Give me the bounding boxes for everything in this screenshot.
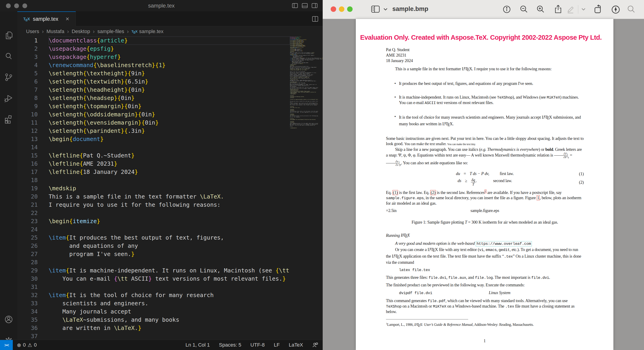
line-number: 18 <box>17 176 49 184</box>
chevron-down-icon[interactable] <box>383 4 388 14</box>
document-area[interactable]: Evaluation Only. Created with Aspose.TeX… <box>323 19 644 350</box>
code-line[interactable]: 28 <box>17 258 290 267</box>
figure-filename: sample.figure.eps <box>470 208 499 213</box>
source-control-icon[interactable] <box>4 72 14 82</box>
toolbar-divider <box>578 5 578 14</box>
code-line[interactable]: 11\setlength{\evensidemargin}{0in} <box>17 119 290 127</box>
figure-size-text: =2.5in <box>386 208 396 213</box>
code-line[interactable]: 17\leftline{18 January 2024} <box>17 168 290 176</box>
remote-indicator[interactable]: >< <box>0 340 13 350</box>
line-number: 32 <box>17 291 49 299</box>
code-line[interactable]: 7\setlength{\headheight}{0in} <box>17 86 290 94</box>
zoom-in-icon[interactable] <box>536 4 545 14</box>
code-line[interactable]: 8\setlength{\headsep}{0in} <box>17 94 290 102</box>
equations-block: du=T ds − P dv,first law. (1) ds≥δqT.sec… <box>386 171 584 187</box>
code-line[interactable]: 2\usepackage{epsfig} <box>17 45 290 53</box>
code-line[interactable]: 15\leftline{Pat Q.~Student} <box>17 151 290 160</box>
breadcrumb-item[interactable]: Desktop <box>72 28 90 34</box>
cursor-position[interactable]: Ln 1, Col 1 <box>186 342 210 348</box>
breadcrumb-item[interactable]: Mustafa <box>46 28 64 34</box>
code-line[interactable]: 23\begin{itemize} <box>17 217 290 225</box>
vscode-titlebar[interactable]: sample.tex <box>0 0 323 11</box>
search-icon[interactable] <box>4 51 14 61</box>
toggle-secondary-sidebar-icon[interactable] <box>312 2 318 9</box>
code-line[interactable]: 14 <box>17 143 290 151</box>
code-editor[interactable]: 1\documentclass{article}2\usepackage{eps… <box>17 36 290 340</box>
code-line[interactable]: 21I require you to use it for the follow… <box>17 201 290 209</box>
code-line[interactable]: 24 <box>17 225 290 234</box>
generates-paragraph: This generates three files: file.dvi, fi… <box>386 275 584 280</box>
code-line[interactable]: 33 scientists and engineers. <box>17 299 290 308</box>
code-line[interactable]: 25\item{It produces the best output of t… <box>17 234 290 242</box>
code-line[interactable]: 26 and equations of any <box>17 242 290 250</box>
markup-icon[interactable] <box>611 4 621 14</box>
feedback-icon[interactable] <box>312 342 318 348</box>
info-icon[interactable] <box>502 4 512 14</box>
language-mode[interactable]: LaTeX <box>289 342 303 348</box>
zoom-out-icon[interactable] <box>519 4 529 14</box>
breadcrumb-item[interactable]: Users <box>26 28 39 34</box>
bullet-item: It produces the best output of text, fig… <box>386 81 584 86</box>
indentation[interactable]: Spaces: 5 <box>219 342 242 348</box>
close-window-button[interactable] <box>331 6 336 12</box>
account-icon[interactable] <box>4 315 14 325</box>
code-line[interactable]: 37 <box>17 332 290 340</box>
explorer-icon[interactable] <box>4 30 14 40</box>
code-line[interactable]: 4\renewcommand{\baselinestretch}{1} <box>17 61 290 69</box>
line-number: 5 <box>17 69 49 78</box>
toggle-panel-icon[interactable] <box>302 2 308 9</box>
code-line[interactable]: 3\usepackage{hyperref} <box>17 53 290 61</box>
code-line[interactable]: 36 are written in \LaTeX.} <box>17 324 290 332</box>
code-line[interactable]: 16\leftline{AME 20231} <box>17 160 290 168</box>
line-number: 9 <box>17 102 49 110</box>
share-icon[interactable] <box>553 4 563 14</box>
code-line[interactable]: 29\item{It is machine-independent. It ru… <box>17 267 290 275</box>
toggle-sidebar-icon[interactable] <box>292 2 298 9</box>
search-icon[interactable] <box>626 4 636 14</box>
code-line[interactable]: 6\setlength{\textwidth}{6.5in} <box>17 78 290 86</box>
tab-sample-tex[interactable]: TEX sample.tex × <box>17 11 76 26</box>
window-title: sample.tex <box>0 2 323 9</box>
eol-sequence[interactable]: LF <box>274 342 280 348</box>
chevron-down-icon[interactable] <box>580 7 586 12</box>
toggle-sidebar-icon[interactable] <box>371 4 380 14</box>
zoom-window-button[interactable] <box>347 6 352 12</box>
preview-titlebar[interactable]: sample.bmp <box>323 0 644 19</box>
code-line[interactable]: 12\setlength{\parindent}{.3in} <box>17 127 290 135</box>
split-editor-icon[interactable] <box>312 15 318 22</box>
code-line[interactable]: 18 <box>17 176 290 184</box>
code-line[interactable]: 13\begin{document} <box>17 135 290 143</box>
code-line[interactable]: 34 Many journals accept <box>17 308 290 316</box>
code-line[interactable]: 10\setlength{\oddsidemargin}{0in} <box>17 110 290 119</box>
breadcrumb-file[interactable]: TEX sample.tex <box>132 28 164 34</box>
document-page: Evaluation Only. Created with Aspose.TeX… <box>356 19 614 350</box>
rotate-left-icon[interactable] <box>593 4 603 14</box>
line-number: 36 <box>17 324 49 332</box>
line-number: 23 <box>17 217 49 225</box>
run-debug-icon[interactable] <box>4 93 14 103</box>
line-number: 17 <box>17 168 49 176</box>
code-line[interactable]: 1\documentclass{article} <box>17 36 290 45</box>
code-line[interactable]: 31 <box>17 283 290 291</box>
extensions-icon[interactable] <box>4 114 14 124</box>
breadcrumb-item[interactable]: sample-files <box>97 28 124 34</box>
minimap[interactable]: \documentclass{article}\usepackage{epsfi… <box>290 36 323 340</box>
markup-pencil-icon[interactable] <box>566 4 576 14</box>
minimize-window-button[interactable] <box>339 6 344 12</box>
code-line[interactable]: 30 You can e-mail {\tt ASCII} text versi… <box>17 275 290 283</box>
code-line[interactable]: 22 <box>17 209 290 217</box>
code-line[interactable]: 5\setlength{\textheight}{9in} <box>17 69 290 78</box>
code-line[interactable]: 20This is a sample file in the text form… <box>17 193 290 201</box>
code-line[interactable]: 35 \LaTeX~submissions, and many books <box>17 316 290 324</box>
close-tab-icon[interactable]: × <box>66 15 69 22</box>
encoding[interactable]: UTF-8 <box>250 342 265 348</box>
code-line[interactable]: 9\setlength{\topmargin}{0in} <box>17 102 290 110</box>
line-number: 35 <box>17 316 49 324</box>
problems-status[interactable]: ⊗ 0 ⚠ 0 <box>17 342 37 348</box>
code-line[interactable]: 27 program I've seen.} <box>17 250 290 258</box>
code-line[interactable]: 32\item{It is the tool of choice for man… <box>17 291 290 299</box>
tab-label: sample.tex <box>33 16 58 22</box>
code-line[interactable]: 19\medskip <box>17 184 290 193</box>
document-header: Pat Q. Student AME 20231 18 January 2024 <box>386 47 584 63</box>
preview-window: sample.bmp <box>323 0 644 350</box>
